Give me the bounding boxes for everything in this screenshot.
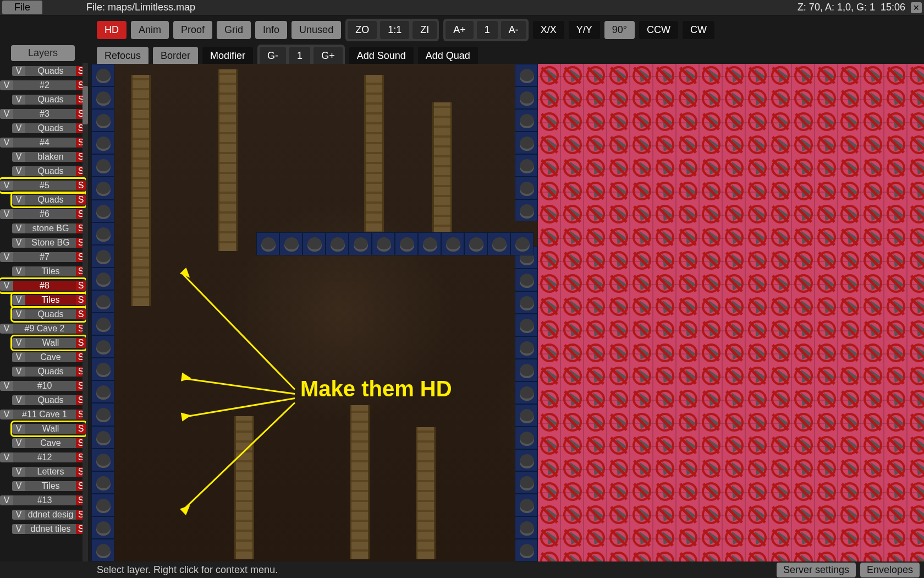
file-menu-button[interactable]: File: [2, 1, 42, 14]
layer-name[interactable]: blaken: [25, 152, 76, 162]
layer-row[interactable]: VQuadsS: [12, 93, 86, 106]
visibility-toggle[interactable]: V: [12, 295, 25, 305]
visibility-toggle[interactable]: V: [12, 95, 25, 105]
zoom-in-button[interactable]: ZI: [413, 21, 437, 39]
layer-name[interactable]: Cave: [25, 352, 76, 362]
layer-row[interactable]: VCaveS: [12, 351, 86, 364]
visibility-toggle[interactable]: V: [12, 424, 25, 434]
group-row[interactable]: V#2S: [0, 79, 86, 92]
layer-name[interactable]: #7: [13, 252, 76, 262]
envelopes-button[interactable]: Envelopes: [860, 563, 920, 577]
hd-button[interactable]: HD: [97, 21, 127, 39]
layer-row[interactable]: VQuadsS: [12, 394, 86, 407]
rotate-cw-button[interactable]: CW: [683, 21, 714, 39]
layer-row[interactable]: Vstone BGS: [12, 222, 86, 235]
layer-name[interactable]: #8: [13, 281, 76, 291]
visibility-toggle[interactable]: V: [0, 80, 13, 90]
layer-name[interactable]: Quads: [25, 309, 76, 319]
layer-name[interactable]: Letters: [25, 467, 76, 477]
modifier-button[interactable]: Modifier: [202, 47, 253, 65]
group-row[interactable]: V#12S: [0, 451, 86, 464]
layer-name[interactable]: ddnet tiles: [25, 524, 76, 534]
visibility-toggle[interactable]: V: [0, 495, 13, 505]
save-toggle[interactable]: S: [76, 195, 86, 205]
layer-row[interactable]: VStone BGS: [12, 236, 86, 249]
visibility-toggle[interactable]: V: [12, 195, 25, 205]
visibility-toggle[interactable]: V: [12, 338, 25, 348]
visibility-toggle[interactable]: V: [0, 109, 13, 119]
layer-row[interactable]: Vddnet desigS: [12, 508, 86, 521]
layer-name[interactable]: #13: [13, 495, 76, 505]
layer-name[interactable]: #3: [13, 109, 76, 119]
visibility-toggle[interactable]: V: [12, 309, 25, 319]
layer-row[interactable]: VQuadsS: [12, 308, 86, 321]
layer-name[interactable]: #4: [13, 138, 76, 148]
layer-name[interactable]: #10: [13, 381, 76, 391]
layer-name[interactable]: Quads: [25, 123, 76, 133]
save-toggle[interactable]: S: [76, 181, 86, 190]
grid-button[interactable]: Grid: [217, 21, 251, 39]
visibility-toggle[interactable]: V: [12, 66, 25, 76]
visibility-toggle[interactable]: V: [0, 381, 13, 391]
layer-row[interactable]: Vddnet tilesS: [12, 522, 86, 536]
layer-row[interactable]: VQuadsS: [12, 64, 86, 78]
layer-row[interactable]: VQuadsS: [12, 365, 86, 378]
visibility-toggle[interactable]: V: [0, 209, 13, 219]
layer-name[interactable]: Cave: [25, 438, 76, 448]
group-row[interactable]: V#6S: [0, 208, 86, 221]
visibility-toggle[interactable]: V: [0, 324, 13, 334]
save-toggle[interactable]: S: [76, 295, 86, 305]
layer-name[interactable]: Quads: [25, 166, 76, 176]
server-settings-button[interactable]: Server settings: [777, 563, 856, 577]
layer-row[interactable]: VCaveS: [12, 437, 86, 450]
layer-row[interactable]: VLettersS: [12, 465, 86, 478]
group-row[interactable]: V#5S: [0, 179, 86, 192]
layer-row[interactable]: VQuadsS: [12, 122, 86, 135]
layer-row[interactable]: VQuadsS: [12, 193, 86, 206]
save-toggle[interactable]: S: [76, 309, 86, 319]
layer-name[interactable]: #9 Cave 2: [13, 324, 76, 334]
visibility-toggle[interactable]: V: [12, 524, 25, 534]
layer-name[interactable]: Tiles: [25, 266, 76, 276]
anim-button[interactable]: Anim: [131, 21, 169, 39]
unused-button[interactable]: Unused: [292, 21, 341, 39]
rotate-ccw-button[interactable]: CCW: [639, 21, 678, 39]
layer-name[interactable]: Quads: [25, 195, 76, 205]
flip-x-button[interactable]: X/X: [533, 21, 564, 39]
grid-minus-button[interactable]: G-: [260, 47, 286, 65]
visibility-toggle[interactable]: V: [12, 266, 25, 276]
anim-plus-button[interactable]: A+: [446, 21, 474, 39]
layer-name[interactable]: #6: [13, 209, 76, 219]
layer-name[interactable]: #11 Cave 1: [13, 410, 76, 419]
layer-row[interactable]: VWallS: [12, 336, 86, 350]
save-toggle[interactable]: S: [76, 281, 86, 291]
layer-name[interactable]: #12: [13, 452, 76, 462]
layers-header-button[interactable]: Layers: [11, 45, 75, 61]
layer-name[interactable]: Quads: [25, 66, 76, 76]
visibility-toggle[interactable]: V: [12, 223, 25, 233]
layer-name[interactable]: Quads: [25, 95, 76, 105]
layer-row[interactable]: VTilesS: [12, 479, 86, 493]
visibility-toggle[interactable]: V: [0, 181, 13, 190]
visibility-toggle[interactable]: V: [12, 367, 25, 377]
visibility-toggle[interactable]: V: [0, 410, 13, 419]
group-row[interactable]: V#4S: [0, 136, 86, 149]
border-button[interactable]: Border: [153, 47, 198, 65]
grid-plus-button[interactable]: G+: [314, 47, 343, 65]
zoom-reset-button[interactable]: 1:1: [380, 21, 409, 39]
layer-name[interactable]: Tiles: [25, 481, 76, 491]
anim-minus-button[interactable]: A-: [501, 21, 526, 39]
group-row[interactable]: V#7S: [0, 250, 86, 264]
visibility-toggle[interactable]: V: [0, 138, 13, 148]
visibility-toggle[interactable]: V: [12, 395, 25, 405]
layer-name[interactable]: Tiles: [25, 295, 76, 305]
visibility-toggle[interactable]: V: [12, 467, 25, 477]
sidebar-scrollbar-thumb[interactable]: [82, 86, 88, 124]
rotate-90-button[interactable]: 90°: [604, 21, 635, 39]
group-row[interactable]: V#11 Cave 1S: [0, 408, 86, 421]
group-row[interactable]: V#9 Cave 2S: [0, 322, 86, 335]
group-row[interactable]: V#3S: [0, 107, 86, 121]
layer-row[interactable]: VQuadsS: [12, 165, 86, 178]
visibility-toggle[interactable]: V: [0, 452, 13, 462]
visibility-toggle[interactable]: V: [12, 352, 25, 362]
